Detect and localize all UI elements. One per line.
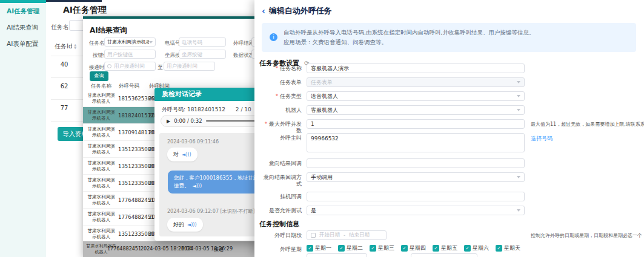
filter-key-value-input[interactable] [104,50,156,59]
play-icon[interactable]: ▶ [167,119,170,124]
speaker-icon[interactable]: ◄))) [193,182,202,190]
task-name-input[interactable] [307,63,525,73]
task-type-select[interactable]: 语音机器人 [307,91,525,101]
section-task-control: 任务控制信息 [259,220,299,229]
checkbox-checked-icon: ✓ [307,245,313,252]
checkbox-monday[interactable]: ✓星期一 [307,244,331,252]
back-chevron-icon[interactable]: ‹ [262,6,265,16]
caller-number-textarea[interactable]: 99966532 [307,133,525,152]
connect-time-end-input[interactable]: 用户接通时间 [164,62,215,71]
filter-task-name-select[interactable]: 甘肃水利局演示机器人 [104,37,156,47]
chevron-down-icon [517,176,520,178]
search-button[interactable]: 查询 [90,71,108,81]
checkbox-checked-icon: ✓ [370,245,376,252]
checkbox-checked-icon: ✓ [401,245,408,252]
task-id-cell: 40 [56,61,73,68]
task-id-cell: 62 [56,83,73,89]
player-time: 0:00 / 0:32 [174,118,202,124]
checkbox-checked-icon: ✓ [496,245,502,252]
checkbox-saturday[interactable]: ✓星期六 [464,244,489,252]
field-label: 最大外呼并发数 [259,121,302,134]
chevron-down-icon [517,95,520,97]
col-header-call-number: 外呼号码 [119,83,139,90]
checkbox-thursday[interactable]: ✓星期四 [401,244,426,252]
checkbox-tuesday[interactable]: ✓星期二 [338,244,363,252]
time-range-input-partial[interactable] [307,253,367,257]
max-concurrency-hint: 最大值为11，超过无效，如果需要增加上限,请联系系统管理人员。 [531,121,644,128]
tasks-page-title: AI任务管理 [63,5,107,16]
chat-bubble-user: 好的◄))) [167,218,203,232]
field-label: 机器人 [259,107,302,114]
field-label: 挂机回调 [259,194,302,200]
edit-panel-header: ‹ 编辑自动外呼任务 [262,5,332,16]
info-alert-text: 自动外呼是从外呼导入电话号码,由系统在指定时间内自动呼叫,并收集呼叫结果、用户按… [284,28,535,47]
speaker-icon[interactable]: ◄))) [187,222,197,227]
sort-icon[interactable]: ▲▼ [74,44,76,50]
checkbox-friday[interactable]: ✓星期五 [433,244,457,252]
field-label: 是否允许测试 [259,207,302,214]
date-range-input[interactable]: 开始日期 - 结束日期 [307,230,387,240]
chevron-down-icon [517,81,520,83]
calendar-icon [311,233,316,238]
table-row[interactable]: 甘肃水利局演示机器人 17764882451 2024-03-05 18:26:… [83,241,267,257]
info-alert: i 自动外呼是从外呼导入电话号码,由系统在指定时间内自动呼叫,并收集呼叫结果、用… [262,23,636,52]
status-badge: 接通 [214,246,224,253]
field-label: 任务类型 [259,93,302,100]
field-label: 外呼日期段 [259,232,302,239]
robot-select[interactable]: 客服机器人 [307,105,525,115]
chevron-down-icon [517,109,520,111]
field-label: 外呼主叫 [259,135,302,142]
chevron-down-icon [517,209,520,212]
date-range-hint: 控制允许外呼的日期或星期，日期段和星期必选一个，也可以同时选择 [531,232,644,239]
task-id-cell: 77 [56,105,73,111]
filter-call-result-label: 外呼结果 [233,40,254,47]
choose-number-link[interactable]: 选择号码 [531,135,553,143]
chat-bubble-user: 对◄))) [167,148,198,161]
intent-callback-method-select[interactable]: 手动调用 [307,172,525,182]
weekday-checkbox-group: ✓星期一 ✓星期二 ✓星期三 ✓星期四 ✓星期五 ✓星期六 ✓星期天 [307,244,520,252]
results-page-title: AI结果查询 [90,25,127,36]
edit-panel-title: 编辑自动外呼任务 [269,5,332,16]
field-label: 任务表单 [259,79,302,86]
field-label: 意向结果回调 [259,160,302,167]
task-id-column-header[interactable]: 任务Id▲▼ [55,42,76,51]
field-label: 任务名称 [259,65,302,72]
speaker-icon[interactable]: ◄))) [182,152,191,157]
qc-pager: 2 / 10 [236,106,251,112]
filter-agent-key-input[interactable] [179,50,226,59]
col-header-task-name: 任务名称 [91,83,111,90]
sidebar: AI任务管理 AI结果查询 AI表单配置 [0,3,46,257]
hangup-callback-input[interactable] [307,192,525,201]
checkbox-wednesday[interactable]: ✓星期三 [370,244,394,252]
date-range-to-label: 至 [158,64,163,71]
sidebar-item-ai-task-management[interactable]: AI任务管理 [0,3,46,19]
time-range-input-partial[interactable] [411,253,477,257]
edit-task-panel: ‹ 编辑自动外呼任务 i 自动外呼是从外呼导入电话号码,由系统在指定时间内自动呼… [254,0,644,257]
sidebar-item-ai-form-config[interactable]: AI表单配置 [0,36,46,52]
qc-call-number: 外呼号码: 18182401512 2 / 10 [162,106,251,114]
info-icon: i [270,33,277,41]
checkbox-sunday[interactable]: ✓星期天 [496,244,520,252]
max-concurrency-input[interactable] [307,119,525,129]
checkbox-checked-icon: ✓ [338,245,345,252]
field-label: 意向结果回调方式 [259,174,302,187]
window-top-border [46,0,102,2]
checkbox-checked-icon: ✓ [433,245,439,252]
intent-callback-input[interactable] [307,158,525,168]
checkbox-checked-icon: ✓ [464,245,471,252]
filter-phone-input[interactable] [179,37,226,47]
task-form-select[interactable]: 任务表单 [307,77,525,87]
filter-data-status-label: 数据状态 [233,52,254,59]
clock-icon [107,64,111,68]
screen: AI任务管理 AI结果查询 AI表单配置 AI任务管理 任务名称 任务Id▲▼ … [0,0,644,257]
field-label: 外呼星期 [259,246,302,253]
chevron-down-icon [149,41,153,44]
allow-test-select[interactable]: 是 [307,206,525,215]
connect-time-start-input[interactable]: 用户接通时间 [104,62,156,71]
sidebar-item-ai-result-query[interactable]: AI结果查询 [0,19,46,36]
